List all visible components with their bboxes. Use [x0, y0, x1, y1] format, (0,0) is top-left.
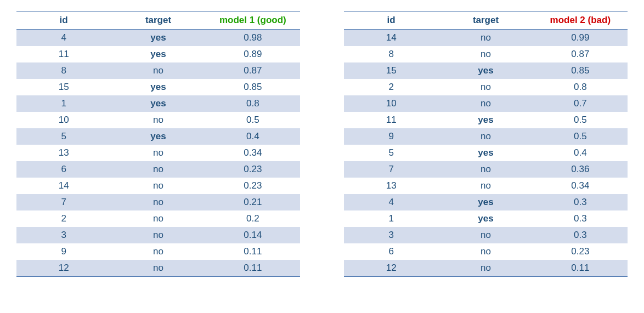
table-row: 11yes0.5: [344, 112, 628, 128]
table-row: 12no0.11: [344, 260, 628, 277]
cell-score: 0.5: [533, 112, 628, 128]
cell-score: 0.2: [206, 210, 300, 227]
cell-target: yes: [111, 46, 205, 62]
cell-target: no: [111, 178, 205, 194]
cell-id: 10: [16, 112, 111, 128]
table-row: 6no0.23: [344, 243, 628, 260]
cell-id: 12: [16, 260, 111, 277]
table-row: 15yes0.85: [16, 79, 300, 95]
table-row: 4yes0.98: [16, 30, 300, 47]
cell-target: no: [111, 210, 205, 227]
cell-id: 12: [344, 260, 438, 277]
cell-score: 0.14: [206, 227, 300, 243]
cell-id: 2: [344, 79, 438, 95]
table-row: 9no0.11: [16, 243, 300, 260]
cell-target: no: [438, 161, 533, 178]
cell-target: no: [438, 95, 533, 112]
cell-score: 0.11: [206, 260, 300, 277]
cell-score: 0.23: [533, 243, 628, 260]
cell-score: 0.5: [533, 128, 628, 145]
cell-target: no: [438, 227, 533, 243]
cell-id: 4: [16, 30, 111, 47]
cell-score: 0.87: [533, 46, 628, 62]
cell-score: 0.89: [206, 46, 300, 62]
cell-id: 15: [16, 79, 111, 95]
cell-target: no: [111, 260, 205, 277]
table-row: 14no0.99: [344, 30, 628, 47]
cell-score: 0.3: [533, 210, 628, 227]
cell-id: 3: [16, 227, 111, 243]
cell-id: 10: [344, 95, 438, 112]
table-row: 13no0.34: [344, 178, 628, 194]
cell-id: 11: [16, 46, 111, 62]
table-row: 11yes0.89: [16, 46, 300, 62]
table-row: 5yes0.4: [344, 145, 628, 161]
cell-id: 11: [344, 112, 438, 128]
cell-target: no: [438, 128, 533, 145]
cell-target: yes: [111, 79, 205, 95]
cell-score: 0.11: [533, 260, 628, 277]
cell-target: no: [438, 79, 533, 95]
cell-score: 0.3: [533, 227, 628, 243]
table-row: 10no0.7: [344, 95, 628, 112]
cell-score: 0.34: [533, 178, 628, 194]
table-row: 6no0.23: [16, 161, 300, 178]
col-target: target: [111, 12, 205, 30]
cell-id: 6: [344, 243, 438, 260]
cell-id: 15: [344, 62, 438, 79]
cell-target: yes: [438, 112, 533, 128]
cell-score: 0.98: [206, 30, 300, 47]
cell-id: 3: [344, 227, 438, 243]
cell-score: 0.5: [206, 112, 300, 128]
cell-id: 6: [16, 161, 111, 178]
cell-id: 7: [344, 161, 438, 178]
cell-target: no: [111, 227, 205, 243]
cell-target: no: [438, 260, 533, 277]
table-row: 3no0.14: [16, 227, 300, 243]
col-id: id: [344, 12, 438, 30]
cell-target: no: [111, 145, 205, 161]
cell-id: 9: [344, 128, 438, 145]
cell-score: 0.11: [206, 243, 300, 260]
cell-target: yes: [111, 95, 205, 112]
cell-id: 13: [16, 145, 111, 161]
cell-id: 14: [16, 178, 111, 194]
table-row: 7no0.21: [16, 194, 300, 210]
cell-score: 0.21: [206, 194, 300, 210]
col-model: model 2 (bad): [533, 12, 628, 30]
table-row: 8no0.87: [16, 62, 300, 79]
table-model-2: id target model 2 (bad) 14no0.998no0.871…: [344, 11, 628, 277]
table-model-1: id target model 1 (good) 4yes0.9811yes0.…: [16, 11, 300, 277]
table-row: 14no0.23: [16, 178, 300, 194]
cell-score: 0.3: [533, 194, 628, 210]
cell-score: 0.4: [206, 128, 300, 145]
cell-score: 0.34: [206, 145, 300, 161]
cell-target: yes: [438, 194, 533, 210]
cell-target: no: [111, 194, 205, 210]
table-row: 13no0.34: [16, 145, 300, 161]
table-row: 1yes0.8: [16, 95, 300, 112]
cell-id: 1: [344, 210, 438, 227]
cell-target: yes: [438, 62, 533, 79]
cell-target: yes: [438, 145, 533, 161]
cell-score: 0.23: [206, 161, 300, 178]
cell-score: 0.85: [533, 62, 628, 79]
table-row: 10no0.5: [16, 112, 300, 128]
table-row: 15yes0.85: [344, 62, 628, 79]
cell-score: 0.7: [533, 95, 628, 112]
table-row: 2no0.8: [344, 79, 628, 95]
cell-score: 0.8: [206, 95, 300, 112]
table-row: 1yes0.3: [344, 210, 628, 227]
cell-id: 2: [16, 210, 111, 227]
cell-score: 0.85: [206, 79, 300, 95]
col-target: target: [438, 12, 533, 30]
cell-target: no: [438, 46, 533, 62]
col-model: model 1 (good): [206, 12, 300, 30]
col-id: id: [16, 12, 111, 30]
table-row: 7no0.36: [344, 161, 628, 178]
cell-target: no: [111, 112, 205, 128]
cell-score: 0.99: [533, 30, 628, 47]
table-row: 5yes0.4: [16, 128, 300, 145]
cell-id: 8: [344, 46, 438, 62]
cell-score: 0.4: [533, 145, 628, 161]
